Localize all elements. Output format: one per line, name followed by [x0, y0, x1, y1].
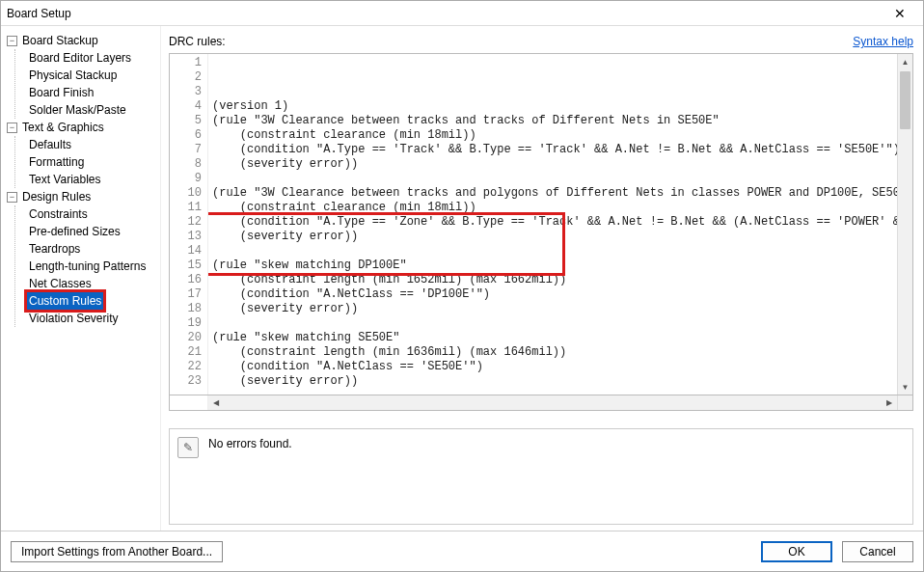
- code-line[interactable]: (constraint length (min 1652mil) (max 16…: [212, 273, 893, 287]
- code-line[interactable]: (condition "A.NetClass == 'DP100E'"): [212, 287, 893, 302]
- board-setup-dialog: Board Setup ✕ −Board StackupBoard Editor…: [0, 0, 924, 572]
- code-line[interactable]: (condition "A.NetClass == 'SE50E'"): [212, 360, 893, 374]
- status-panel: ✎ No errors found.: [169, 428, 913, 525]
- drc-rules-label: DRC rules:: [169, 35, 853, 48]
- tree-item-label[interactable]: Text Variables: [27, 171, 102, 188]
- tree-item[interactable]: Teardrops: [23, 240, 156, 258]
- window-title: Board Setup: [7, 7, 883, 20]
- code-line[interactable]: [212, 172, 893, 186]
- status-check-icon[interactable]: ✎: [177, 437, 199, 458]
- tree-item-label[interactable]: Board Editor Layers: [27, 49, 133, 67]
- main-panel: DRC rules: Syntax help 1 2 3 4 5 6 7 8 9…: [161, 26, 923, 531]
- tree-group-label[interactable]: Board Stackup: [20, 32, 100, 49]
- tree-item-label[interactable]: Constraints: [27, 205, 90, 223]
- code-line[interactable]: [212, 244, 893, 259]
- code-line[interactable]: (constraint clearance (min 18mil)): [212, 128, 893, 143]
- code-line[interactable]: (severity error)): [212, 374, 893, 389]
- code-line[interactable]: (condition "A.Type == 'Track' && B.Type …: [212, 143, 893, 157]
- tree-group-header[interactable]: −Board Stackup: [7, 32, 156, 49]
- tree-item-label[interactable]: Violation Severity: [27, 310, 121, 327]
- scroll-corner: [897, 395, 912, 410]
- syntax-help-link[interactable]: Syntax help: [853, 35, 913, 48]
- tree-item[interactable]: Board Finish: [23, 84, 156, 101]
- tree-group-label[interactable]: Text & Graphics: [20, 119, 106, 136]
- editor-header: DRC rules: Syntax help: [169, 32, 913, 51]
- scroll-left-icon[interactable]: ◀: [208, 398, 224, 407]
- tree-item-label[interactable]: Length-tuning Patterns: [27, 258, 148, 275]
- scroll-right-icon[interactable]: ▶: [882, 398, 897, 407]
- code-line[interactable]: (rule "skew matching DP100E": [212, 259, 893, 273]
- horizontal-scrollbar[interactable]: ◀ ▶: [208, 395, 897, 410]
- code-line[interactable]: (version 1): [212, 99, 893, 114]
- tree-item[interactable]: Text Variables: [23, 171, 156, 188]
- code-line[interactable]: (severity error)): [212, 230, 893, 244]
- tree-item-label[interactable]: Defaults: [27, 136, 73, 153]
- nav-tree[interactable]: −Board StackupBoard Editor LayersPhysica…: [1, 26, 161, 531]
- tree-group-header[interactable]: −Text & Graphics: [7, 119, 156, 136]
- code-line[interactable]: [212, 316, 893, 331]
- scroll-up-icon[interactable]: ▲: [898, 54, 912, 69]
- tree-group-label[interactable]: Design Rules: [20, 188, 93, 205]
- dialog-footer: Import Settings from Another Board... OK…: [1, 531, 923, 571]
- code-line[interactable]: (condition "A.Type == 'Zone' && B.Type =…: [212, 215, 893, 230]
- tree-item-label[interactable]: Physical Stackup: [27, 67, 119, 84]
- scroll-thumb[interactable]: [900, 71, 910, 129]
- tree-item-label[interactable]: Custom Rules: [27, 292, 103, 310]
- cancel-button[interactable]: Cancel: [842, 541, 913, 562]
- code-editor[interactable]: 1 2 3 4 5 6 7 8 9 10 11 12 13 14 15 16 1…: [169, 53, 913, 395]
- tree-item[interactable]: Pre-defined Sizes: [23, 223, 156, 240]
- tree-item[interactable]: Constraints: [23, 205, 156, 223]
- tree-item[interactable]: Custom Rules: [23, 292, 156, 310]
- tree-item[interactable]: Board Editor Layers: [23, 49, 156, 67]
- tree-collapse-icon[interactable]: −: [7, 36, 17, 46]
- horizontal-scrollbar-row: ◀ ▶: [169, 395, 913, 411]
- code-line[interactable]: (rule "skew matching SE50E": [212, 331, 893, 345]
- tree-group-header[interactable]: −Design Rules: [7, 188, 156, 205]
- code-line[interactable]: (severity error)): [212, 302, 893, 316]
- tree-item[interactable]: Formatting: [23, 153, 156, 171]
- hscroll-gutter-spacer: [170, 395, 208, 410]
- code-line[interactable]: (constraint clearance (min 18mil)): [212, 201, 893, 215]
- tree-item[interactable]: Net Classes: [23, 275, 156, 292]
- close-icon[interactable]: ✕: [883, 6, 917, 21]
- vertical-scrollbar[interactable]: ▲ ▼: [897, 54, 912, 395]
- tree-collapse-icon[interactable]: −: [7, 123, 17, 133]
- tree-item-label[interactable]: Teardrops: [27, 240, 82, 258]
- tree-item-label[interactable]: Formatting: [27, 153, 86, 171]
- tree-item-label[interactable]: Solder Mask/Paste: [27, 101, 128, 119]
- code-line[interactable]: (rule "3W Clearance between tracks and t…: [212, 114, 893, 128]
- tree-collapse-icon[interactable]: −: [7, 192, 17, 203]
- code-area[interactable]: (version 1)(rule "3W Clearance between t…: [208, 54, 897, 395]
- tree-item-label[interactable]: Board Finish: [27, 84, 95, 101]
- tree-item[interactable]: Length-tuning Patterns: [23, 258, 156, 275]
- code-line[interactable]: (constraint length (min 1636mil) (max 16…: [212, 345, 893, 360]
- code-line[interactable]: (severity error)): [212, 157, 893, 172]
- status-text: No errors found.: [208, 437, 292, 450]
- tree-item[interactable]: Solder Mask/Paste: [23, 101, 156, 119]
- import-settings-button[interactable]: Import Settings from Another Board...: [11, 541, 223, 562]
- code-line[interactable]: (rule "3W Clearance between tracks and p…: [212, 186, 893, 201]
- tree-item-label[interactable]: Pre-defined Sizes: [27, 223, 122, 240]
- tree-item[interactable]: Defaults: [23, 136, 156, 153]
- line-gutter: 1 2 3 4 5 6 7 8 9 10 11 12 13 14 15 16 1…: [170, 54, 208, 395]
- tree-item-label[interactable]: Net Classes: [27, 275, 94, 292]
- tree-item[interactable]: Physical Stackup: [23, 67, 156, 84]
- tree-item[interactable]: Violation Severity: [23, 310, 156, 327]
- code-line[interactable]: [212, 389, 893, 395]
- titlebar: Board Setup ✕: [1, 1, 923, 26]
- ok-button[interactable]: OK: [761, 541, 832, 562]
- dialog-body: −Board StackupBoard Editor LayersPhysica…: [1, 26, 923, 531]
- scroll-down-icon[interactable]: ▼: [898, 379, 912, 395]
